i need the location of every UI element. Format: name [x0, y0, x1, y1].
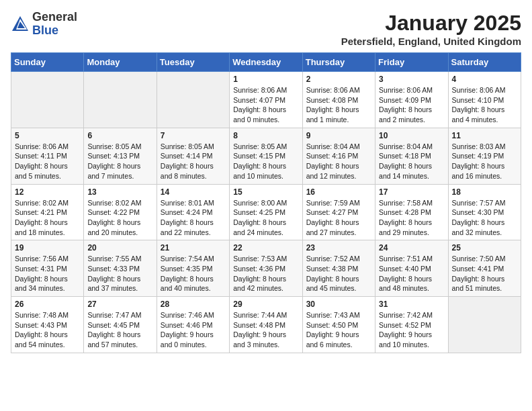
calendar-cell: 15Sunrise: 8:00 AM Sunset: 4:25 PM Dayli… — [230, 184, 302, 240]
logo-blue-text: Blue — [32, 24, 58, 37]
day-number: 28 — [161, 300, 226, 309]
day-number: 6 — [87, 131, 152, 140]
calendar-cell: 4Sunrise: 8:06 AM Sunset: 4:10 PM Daylig… — [448, 72, 521, 128]
day-number: 27 — [87, 300, 152, 309]
cell-content: Sunrise: 7:47 AM Sunset: 4:45 PM Dayligh… — [87, 310, 152, 350]
calendar-cell — [84, 72, 157, 128]
calendar-cell: 17Sunrise: 7:58 AM Sunset: 4:28 PM Dayli… — [375, 184, 448, 240]
day-number: 25 — [452, 243, 517, 253]
calendar-week-3: 12Sunrise: 8:02 AM Sunset: 4:21 PM Dayli… — [11, 184, 521, 240]
calendar-cell: 14Sunrise: 8:01 AM Sunset: 4:24 PM Dayli… — [157, 184, 229, 240]
calendar-cell: 23Sunrise: 7:52 AM Sunset: 4:38 PM Dayli… — [302, 240, 375, 297]
cell-content: Sunrise: 8:05 AM Sunset: 4:13 PM Dayligh… — [87, 142, 152, 181]
day-number: 26 — [15, 300, 80, 309]
title-block: January 2025 Petersfield, England, Unite… — [341, 11, 521, 47]
cell-content: Sunrise: 7:55 AM Sunset: 4:33 PM Dayligh… — [87, 254, 152, 293]
calendar-cell: 27Sunrise: 7:47 AM Sunset: 4:45 PM Dayli… — [84, 297, 157, 353]
day-number: 4 — [452, 75, 517, 84]
cell-content: Sunrise: 7:58 AM Sunset: 4:28 PM Dayligh… — [379, 198, 444, 238]
calendar-cell — [11, 72, 84, 128]
calendar-week-4: 19Sunrise: 7:56 AM Sunset: 4:31 PM Dayli… — [11, 240, 521, 297]
cell-content: Sunrise: 7:44 AM Sunset: 4:48 PM Dayligh… — [233, 310, 298, 350]
calendar-cell: 16Sunrise: 7:59 AM Sunset: 4:27 PM Dayli… — [302, 184, 375, 240]
cell-content: Sunrise: 8:05 AM Sunset: 4:15 PM Dayligh… — [233, 142, 298, 181]
cell-content: Sunrise: 8:04 AM Sunset: 4:16 PM Dayligh… — [306, 142, 371, 181]
day-number: 12 — [15, 187, 80, 197]
cell-content: Sunrise: 8:01 AM Sunset: 4:24 PM Dayligh… — [161, 198, 226, 238]
calendar-cell: 3Sunrise: 8:06 AM Sunset: 4:09 PM Daylig… — [375, 72, 448, 128]
calendar-cell — [448, 297, 521, 353]
day-number: 20 — [87, 243, 152, 253]
cell-content: Sunrise: 8:06 AM Sunset: 4:09 PM Dayligh… — [379, 85, 444, 125]
calendar-cell: 5Sunrise: 8:06 AM Sunset: 4:11 PM Daylig… — [11, 128, 84, 184]
weekday-header-row: SundayMondayTuesdayWednesdayThursdayFrid… — [11, 53, 521, 72]
day-number: 7 — [161, 131, 226, 140]
day-number: 5 — [15, 131, 80, 140]
calendar-cell: 26Sunrise: 7:48 AM Sunset: 4:43 PM Dayli… — [11, 297, 84, 353]
cell-content: Sunrise: 7:42 AM Sunset: 4:52 PM Dayligh… — [379, 310, 444, 350]
cell-content: Sunrise: 7:53 AM Sunset: 4:36 PM Dayligh… — [233, 254, 298, 293]
calendar-cell: 18Sunrise: 7:57 AM Sunset: 4:30 PM Dayli… — [448, 184, 521, 240]
day-number: 31 — [379, 300, 444, 309]
cell-content: Sunrise: 8:04 AM Sunset: 4:18 PM Dayligh… — [379, 142, 444, 181]
calendar-cell: 28Sunrise: 7:46 AM Sunset: 4:46 PM Dayli… — [157, 297, 229, 353]
cell-content: Sunrise: 8:06 AM Sunset: 4:07 PM Dayligh… — [233, 85, 298, 125]
cell-content: Sunrise: 7:54 AM Sunset: 4:35 PM Dayligh… — [161, 254, 226, 293]
cell-content: Sunrise: 7:59 AM Sunset: 4:27 PM Dayligh… — [306, 198, 371, 238]
calendar-cell: 8Sunrise: 8:05 AM Sunset: 4:15 PM Daylig… — [230, 128, 302, 184]
calendar-cell: 6Sunrise: 8:05 AM Sunset: 4:13 PM Daylig… — [84, 128, 157, 184]
calendar-cell: 7Sunrise: 8:05 AM Sunset: 4:14 PM Daylig… — [157, 128, 229, 184]
weekday-header-sunday: Sunday — [11, 53, 84, 72]
day-number: 9 — [306, 131, 371, 140]
day-number: 19 — [15, 243, 80, 253]
calendar-cell: 2Sunrise: 8:06 AM Sunset: 4:08 PM Daylig… — [302, 72, 375, 128]
cell-content: Sunrise: 8:00 AM Sunset: 4:25 PM Dayligh… — [233, 198, 298, 238]
calendar-cell: 9Sunrise: 8:04 AM Sunset: 4:16 PM Daylig… — [302, 128, 375, 184]
cell-content: Sunrise: 8:06 AM Sunset: 4:08 PM Dayligh… — [306, 85, 371, 125]
calendar-cell: 1Sunrise: 8:06 AM Sunset: 4:07 PM Daylig… — [230, 72, 302, 128]
calendar-cell — [157, 72, 229, 128]
day-number: 11 — [452, 131, 517, 140]
calendar-cell: 19Sunrise: 7:56 AM Sunset: 4:31 PM Dayli… — [11, 240, 84, 297]
day-number: 23 — [306, 243, 371, 253]
calendar-week-5: 26Sunrise: 7:48 AM Sunset: 4:43 PM Dayli… — [11, 297, 521, 353]
day-number: 14 — [161, 187, 226, 197]
calendar-week-2: 5Sunrise: 8:06 AM Sunset: 4:11 PM Daylig… — [11, 128, 521, 184]
calendar-cell: 12Sunrise: 8:02 AM Sunset: 4:21 PM Dayli… — [11, 184, 84, 240]
calendar-cell: 11Sunrise: 8:03 AM Sunset: 4:19 PM Dayli… — [448, 128, 521, 184]
day-number: 29 — [233, 300, 298, 309]
day-number: 1 — [233, 75, 298, 84]
weekday-header-thursday: Thursday — [302, 53, 375, 72]
weekday-header-friday: Friday — [375, 53, 448, 72]
calendar-table: SundayMondayTuesdayWednesdayThursdayFrid… — [11, 52, 521, 353]
day-number: 3 — [379, 75, 444, 84]
day-number: 24 — [379, 243, 444, 253]
weekday-header-tuesday: Tuesday — [157, 53, 229, 72]
calendar-cell: 25Sunrise: 7:50 AM Sunset: 4:41 PM Dayli… — [448, 240, 521, 297]
weekday-header-wednesday: Wednesday — [230, 53, 302, 72]
cell-content: Sunrise: 8:02 AM Sunset: 4:21 PM Dayligh… — [15, 198, 80, 238]
calendar-cell: 13Sunrise: 8:02 AM Sunset: 4:22 PM Dayli… — [84, 184, 157, 240]
calendar-cell: 10Sunrise: 8:04 AM Sunset: 4:18 PM Dayli… — [375, 128, 448, 184]
calendar-cell: 29Sunrise: 7:44 AM Sunset: 4:48 PM Dayli… — [230, 297, 302, 353]
calendar-cell: 21Sunrise: 7:54 AM Sunset: 4:35 PM Dayli… — [157, 240, 229, 297]
day-number: 10 — [379, 131, 444, 140]
day-number: 18 — [452, 187, 517, 197]
location-text: Petersfield, England, United Kingdom — [341, 36, 521, 47]
logo-general-text: General — [32, 10, 77, 24]
calendar-cell: 24Sunrise: 7:51 AM Sunset: 4:40 PM Dayli… — [375, 240, 448, 297]
cell-content: Sunrise: 8:06 AM Sunset: 4:11 PM Dayligh… — [15, 142, 80, 181]
day-number: 22 — [233, 243, 298, 253]
logo: General Blue — [11, 11, 77, 38]
cell-content: Sunrise: 8:05 AM Sunset: 4:14 PM Dayligh… — [161, 142, 226, 181]
calendar-cell: 31Sunrise: 7:42 AM Sunset: 4:52 PM Dayli… — [375, 297, 448, 353]
day-number: 8 — [233, 131, 298, 140]
cell-content: Sunrise: 7:43 AM Sunset: 4:50 PM Dayligh… — [306, 310, 371, 350]
page-header: General Blue January 2025 Petersfield, E… — [11, 11, 521, 47]
cell-content: Sunrise: 8:06 AM Sunset: 4:10 PM Dayligh… — [452, 85, 517, 125]
calendar-cell: 30Sunrise: 7:43 AM Sunset: 4:50 PM Dayli… — [302, 297, 375, 353]
day-number: 2 — [306, 75, 371, 84]
day-number: 17 — [379, 187, 444, 197]
calendar-cell: 20Sunrise: 7:55 AM Sunset: 4:33 PM Dayli… — [84, 240, 157, 297]
cell-content: Sunrise: 7:48 AM Sunset: 4:43 PM Dayligh… — [15, 310, 80, 350]
